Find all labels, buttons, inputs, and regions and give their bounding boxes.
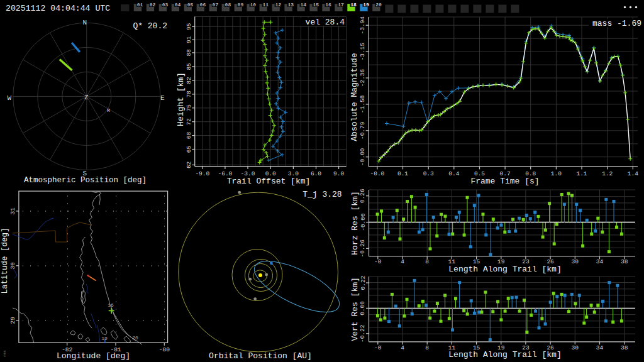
svg-text:-9.0: -9.0	[195, 170, 209, 177]
svg-text:29: 29	[9, 317, 16, 324]
svg-text:0.00: 0.00	[360, 301, 367, 315]
svg-text:rms: rms	[3, 350, 7, 357]
svg-text:-0: -0	[374, 258, 382, 265]
svg-text:88: 88	[186, 49, 192, 57]
svg-text:03: 03	[162, 2, 169, 8]
svg-text:-1.58: -1.58	[359, 95, 366, 113]
svg-text:65: 65	[186, 146, 192, 153]
svg-text:20: 20	[132, 335, 138, 341]
svg-text:08: 08	[225, 2, 231, 8]
svg-text:Horz Res [km]: Horz Res [km]	[350, 191, 360, 255]
svg-text:04: 04	[175, 2, 181, 8]
svg-text:20251112 04:04:44 UTC: 20251112 04:04:44 UTC	[6, 4, 110, 13]
svg-text:E: E	[160, 94, 165, 102]
svg-text:0.4: 0.4	[448, 170, 459, 177]
svg-text:31: 31	[9, 207, 16, 215]
svg-text:-0.0: -0.0	[370, 170, 384, 177]
svg-text:-0: -0	[374, 344, 382, 351]
svg-text:Orbital Position [AU]: Orbital Position [AU]	[209, 351, 312, 361]
svg-text:-0.00: -0.00	[360, 213, 367, 231]
svg-text:14: 14	[300, 2, 306, 8]
svg-text:N: N	[82, 19, 87, 26]
svg-text:18: 18	[350, 2, 357, 8]
svg-text:62: 62	[186, 161, 192, 168]
svg-text:05: 05	[187, 2, 194, 8]
svg-text:30: 30	[9, 262, 16, 270]
svg-text:06: 06	[200, 2, 206, 8]
svg-text:8: 8	[425, 258, 429, 265]
svg-text:30: 30	[572, 258, 579, 265]
svg-text:1.0: 1.0	[551, 170, 562, 177]
svg-text:02: 02	[150, 2, 156, 8]
svg-text:Trail Offset [km]: Trail Offset [km]	[227, 177, 311, 186]
svg-text:11: 11	[262, 2, 269, 8]
svg-text:-3.94: -3.94	[359, 16, 366, 35]
svg-text:Z: Z	[84, 94, 88, 101]
svg-text:82: 82	[186, 77, 192, 84]
svg-text:0.22: 0.22	[360, 275, 367, 290]
svg-text:1.1: 1.1	[576, 170, 587, 177]
svg-text:1.4: 1.4	[628, 170, 638, 177]
svg-text:0.26: 0.26	[360, 189, 367, 203]
svg-text:-0.79: -0.79	[359, 121, 366, 140]
svg-text:15: 15	[313, 2, 319, 8]
svg-text:6.0: 6.0	[311, 170, 321, 177]
svg-text:-0.00: -0.00	[359, 148, 366, 166]
svg-text:4: 4	[401, 344, 404, 351]
svg-text:T_j 3.28: T_j 3.28	[303, 190, 341, 199]
svg-text:12: 12	[275, 2, 281, 8]
svg-text:91: 91	[186, 36, 192, 43]
svg-text:-0.26: -0.26	[360, 239, 367, 258]
svg-text:Height [km]: Height [km]	[176, 72, 186, 126]
svg-text:17: 17	[338, 2, 344, 8]
svg-text:Q* 20.2: Q* 20.2	[133, 21, 167, 31]
svg-text:07: 07	[213, 2, 219, 8]
svg-text:19: 19	[101, 336, 108, 341]
svg-text:-80: -80	[159, 346, 170, 353]
svg-text:30: 30	[572, 344, 579, 351]
svg-text:4: 4	[401, 258, 404, 265]
svg-text:75: 75	[186, 104, 192, 112]
svg-text:95: 95	[186, 23, 192, 30]
svg-text:Longitude [deg]: Longitude [deg]	[57, 351, 130, 361]
svg-text:-0.22: -0.22	[360, 324, 367, 343]
svg-text:1.2: 1.2	[602, 170, 613, 177]
svg-text:13: 13	[287, 2, 294, 8]
svg-text:72: 72	[186, 118, 192, 126]
svg-text:09: 09	[238, 2, 244, 8]
svg-text:38: 38	[621, 344, 628, 351]
svg-text:Vert Res [km]: Vert Res [km]	[350, 277, 360, 341]
svg-text:34: 34	[596, 344, 604, 351]
svg-text:mass -1.69: mass -1.69	[592, 19, 641, 28]
svg-text:0.1: 0.1	[397, 170, 408, 177]
svg-text:38: 38	[621, 258, 628, 265]
svg-text:Latitude [deg]: Latitude [deg]	[1, 228, 9, 293]
svg-text:01: 01	[137, 2, 143, 8]
svg-text:8: 8	[425, 344, 429, 351]
svg-text:34: 34	[596, 258, 604, 265]
svg-text:85: 85	[186, 63, 192, 70]
svg-text:Length Along Trail [km]: Length Along Trail [km]	[448, 265, 561, 274]
svg-text:10: 10	[250, 2, 256, 8]
svg-text:20: 20	[375, 2, 382, 8]
svg-text:Atmospheric Position [deg]: Atmospheric Position [deg]	[24, 176, 147, 185]
svg-text:16: 16	[108, 302, 114, 308]
svg-text:78: 78	[186, 90, 192, 98]
svg-text:19: 19	[363, 2, 369, 8]
svg-text:Frame Time [s]: Frame Time [s]	[470, 177, 539, 186]
svg-text:-2.36: -2.36	[359, 69, 366, 87]
svg-text:vel 28.4: vel 28.4	[306, 18, 345, 27]
svg-text:-3.15: -3.15	[359, 43, 366, 61]
svg-text:16: 16	[325, 2, 331, 8]
svg-text:W: W	[7, 94, 11, 102]
svg-text:Absolute Magnitude: Absolute Magnitude	[350, 53, 359, 141]
svg-text:0.3: 0.3	[423, 170, 434, 177]
svg-text:Length Along Trail [km]: Length Along Trail [km]	[448, 350, 561, 359]
svg-text:9.0: 9.0	[333, 170, 344, 177]
svg-text:68: 68	[186, 132, 192, 140]
